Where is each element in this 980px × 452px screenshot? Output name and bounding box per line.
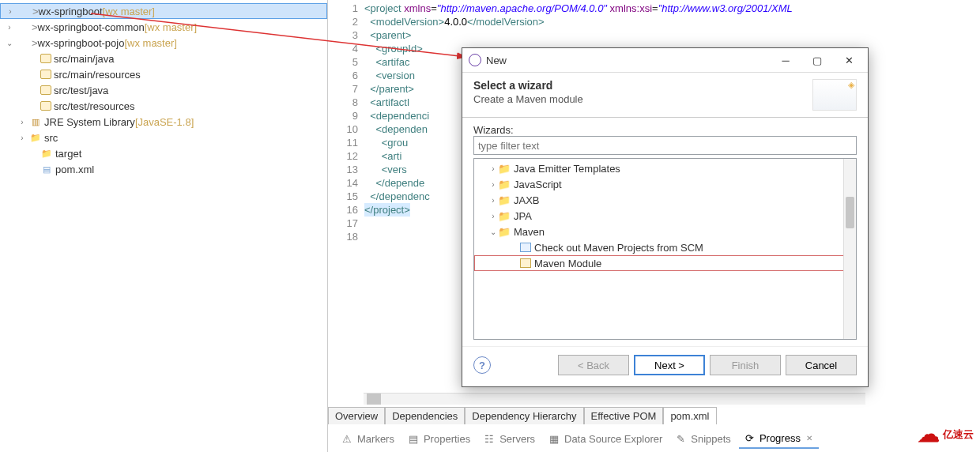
- ic-proj-icon: [17, 36, 29, 49]
- expand-icon[interactable]: ⌄: [488, 228, 498, 236]
- tree-item-src-main-java[interactable]: src/main/java: [0, 51, 327, 66]
- tree-item-src-main-resources[interactable]: src/main/resources: [0, 66, 327, 82]
- tab-overview[interactable]: Overview: [328, 407, 385, 424]
- wizard-label: JAXB: [514, 194, 540, 206]
- view-markers[interactable]: ⚠ Markers: [336, 430, 398, 448]
- editor-bottom-tabs[interactable]: OverviewDependenciesDependency Hierarchy…: [328, 407, 717, 424]
- maven-icon: [520, 258, 531, 268]
- wizard-label: JPA: [514, 210, 532, 222]
- wizard-banner-icon: [812, 79, 857, 111]
- next-button[interactable]: Next >: [634, 355, 705, 375]
- dialog-title: New: [486, 55, 507, 66]
- code-line[interactable]: <parent>: [364, 28, 793, 42]
- editor-horizontal-scrollbar[interactable]: [364, 393, 865, 405]
- project-explorer[interactable]: ›> wx-springboot [wx master]›> wx-spring…: [0, 0, 328, 452]
- view-properties[interactable]: ▤ Properties: [402, 430, 473, 448]
- help-button[interactable]: ?: [473, 356, 491, 374]
- expand-icon[interactable]: ›: [17, 134, 27, 142]
- tree-item-src-test-java[interactable]: src/test/java: [0, 82, 327, 98]
- tree-label: target: [55, 148, 81, 160]
- wizard-label: Java Emitter Templates: [514, 163, 620, 175]
- folder-icon: 📁: [498, 179, 511, 190]
- ic-jar-icon: [40, 85, 51, 95]
- line-number: 18: [328, 230, 358, 243]
- tree-label: src: [44, 132, 58, 144]
- expand-icon[interactable]: ›: [488, 196, 498, 205]
- ic-proj-icon: [17, 21, 29, 33]
- ic-file-icon: ▤: [40, 163, 53, 175]
- code-line[interactable]: <project xmlns="http://maven.apache.org/…: [364, 2, 793, 15]
- finish-button[interactable]: Finish: [710, 355, 781, 375]
- view-icon: ▤: [405, 431, 421, 446]
- tree-item-wx-springboot[interactable]: ›> wx-springboot [wx master]: [0, 3, 327, 19]
- expand-icon[interactable]: ⌄: [5, 39, 14, 47]
- maven-icon: [520, 243, 531, 252]
- expand-icon[interactable]: ›: [488, 164, 498, 173]
- expand-icon[interactable]: ›: [488, 212, 498, 220]
- tab-dependencies[interactable]: Dependencies: [385, 407, 465, 424]
- tree-label: src/test/resources: [54, 100, 135, 112]
- expand-icon[interactable]: ›: [5, 23, 14, 32]
- tree-item-target[interactable]: 📁target: [0, 145, 327, 161]
- wizard-jpa[interactable]: ›📁JPA: [474, 208, 856, 224]
- line-number: 7: [328, 82, 358, 96]
- tree-item-jre-system-library-[interactable]: ›▥JRE System Library [JavaSE-1.8]: [0, 114, 327, 130]
- folder-icon: 📁: [498, 210, 511, 222]
- line-number: 8: [328, 96, 358, 109]
- tree-item-src[interactable]: ›📁src: [0, 130, 327, 145]
- expand-icon[interactable]: ›: [488, 180, 498, 189]
- ic-pkg-icon: ▥: [29, 115, 42, 128]
- wizard-label: Check out Maven Projects from SCM: [534, 242, 703, 254]
- wizard-scrollbar[interactable]: [843, 159, 856, 339]
- watermark-logo: ☁亿速云: [918, 421, 974, 447]
- tab-dependency-hierarchy[interactable]: Dependency Hierarchy: [465, 407, 583, 424]
- view-snippets[interactable]: ✎ Snippets: [670, 430, 734, 448]
- minimize-button[interactable]: ─: [770, 49, 801, 71]
- wizard-maven-module[interactable]: Maven Module: [474, 255, 856, 271]
- view-icon: ☷: [481, 431, 497, 446]
- expand-icon[interactable]: ›: [17, 118, 27, 126]
- line-number: 1: [328, 2, 358, 15]
- view-icon: ▦: [546, 431, 562, 446]
- bottom-views-bar[interactable]: ⚠ Markers▤ Properties☷ Servers▦ Data Sou…: [336, 429, 819, 449]
- close-icon[interactable]: ✕: [803, 432, 816, 444]
- tree-item-pom-xml[interactable]: ▤pom.xml: [0, 161, 327, 177]
- wizards-label: Wizards:: [473, 124, 857, 136]
- tree-item-wx-springboot-common[interactable]: ›> wx-springboot-common [wx master]: [0, 19, 327, 35]
- view-icon: ⟳: [742, 431, 757, 446]
- tree-item-wx-springboot-pojo[interactable]: ⌄> wx-springboot-pojo [wx master]: [0, 35, 327, 51]
- folder-icon: 📁: [498, 163, 511, 175]
- dialog-titlebar[interactable]: New ─ ▢ ✕: [462, 48, 868, 72]
- line-number: 9: [328, 109, 358, 122]
- wizard-check-out-maven-projects-from-scm[interactable]: Check out Maven Projects from SCM: [474, 239, 856, 255]
- wizard-jaxb[interactable]: ›📁JAXB: [474, 192, 856, 208]
- ic-jar-icon: [40, 101, 51, 111]
- view-progress[interactable]: ⟳ Progress ✕: [739, 429, 819, 449]
- line-number: 16: [328, 203, 358, 217]
- wizard-filter-input[interactable]: [473, 136, 857, 155]
- expand-icon[interactable]: ›: [6, 7, 15, 16]
- ic-jar-icon: [40, 54, 51, 63]
- tab-effective-pom[interactable]: Effective POM: [584, 407, 664, 424]
- ic-jar-icon: [40, 70, 51, 79]
- line-number: 5: [328, 55, 358, 69]
- wizard-maven[interactable]: ⌄📁Maven: [474, 224, 856, 239]
- wizard-javascript[interactable]: ›📁JavaScript: [474, 176, 856, 192]
- close-button[interactable]: ✕: [833, 49, 865, 71]
- folder-icon: 📁: [498, 194, 511, 206]
- cancel-button[interactable]: Cancel: [786, 355, 857, 375]
- maximize-button[interactable]: ▢: [801, 49, 833, 71]
- tab-pom.xml[interactable]: pom.xml: [663, 407, 716, 424]
- line-number: 10: [328, 122, 358, 136]
- line-number: 3: [328, 28, 358, 42]
- tree-item-src-test-resources[interactable]: src/test/resources: [0, 98, 327, 114]
- line-number: 6: [328, 69, 358, 82]
- back-button[interactable]: < Back: [558, 355, 629, 375]
- view-data-source-explorer[interactable]: ▦ Data Source Explorer: [543, 430, 665, 448]
- code-line[interactable]: <modelVersion>4.0.0</modelVersion>: [364, 15, 793, 28]
- wizard-tree[interactable]: ›📁Java Emitter Templates›📁JavaScript›📁JA…: [473, 158, 857, 340]
- ic-proj-icon: [17, 5, 30, 17]
- view-servers[interactable]: ☷ Servers: [478, 430, 538, 448]
- wizard-java-emitter-templates[interactable]: ›📁Java Emitter Templates: [474, 160, 856, 176]
- line-number: 2: [328, 15, 358, 28]
